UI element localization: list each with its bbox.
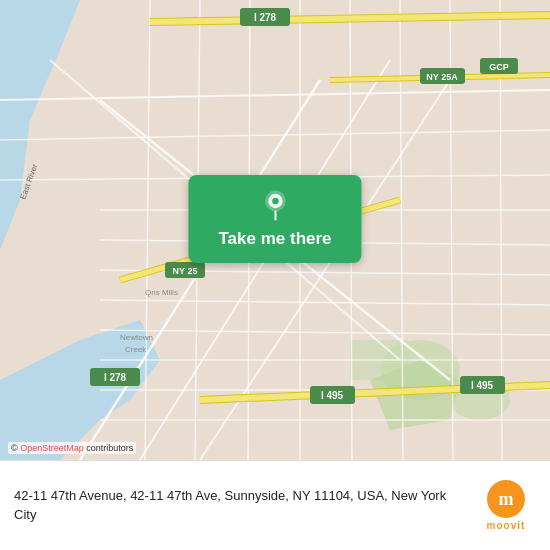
- svg-text:I 495: I 495: [321, 390, 344, 401]
- svg-text:Newtown: Newtown: [120, 333, 153, 342]
- svg-point-63: [272, 198, 278, 204]
- svg-text:Qns Mills: Qns Mills: [145, 288, 178, 297]
- take-me-there-button[interactable]: Take me there: [188, 175, 361, 263]
- svg-text:NY 25: NY 25: [173, 266, 198, 276]
- cta-label: Take me there: [218, 229, 331, 249]
- moovit-label: moovit: [487, 520, 526, 531]
- map-container: I 278 NY 25 NY 25 NY 25A I 495 I 495 I 2…: [0, 0, 550, 460]
- svg-text:NY 25A: NY 25A: [426, 72, 458, 82]
- location-pin-icon: [259, 189, 291, 221]
- osm-link[interactable]: OpenStreetMap: [20, 443, 84, 453]
- svg-text:GCP: GCP: [489, 62, 509, 72]
- address-text: 42-11 47th Avenue, 42-11 47th Ave, Sunny…: [14, 487, 466, 523]
- osm-contributors: contributors: [86, 443, 133, 453]
- moovit-letter: m: [499, 489, 514, 510]
- svg-text:I 278: I 278: [254, 12, 277, 23]
- moovit-icon: m: [487, 480, 525, 518]
- svg-text:I 278: I 278: [104, 372, 127, 383]
- info-bar: 42-11 47th Avenue, 42-11 47th Ave, Sunny…: [0, 460, 550, 550]
- svg-text:I 495: I 495: [471, 380, 494, 391]
- svg-text:Creek: Creek: [125, 345, 147, 354]
- osm-copyright: ©: [11, 443, 18, 453]
- moovit-logo: m moovit: [476, 480, 536, 531]
- osm-attribution: © OpenStreetMap contributors: [8, 442, 136, 454]
- address-container: 42-11 47th Avenue, 42-11 47th Ave, Sunny…: [14, 487, 466, 523]
